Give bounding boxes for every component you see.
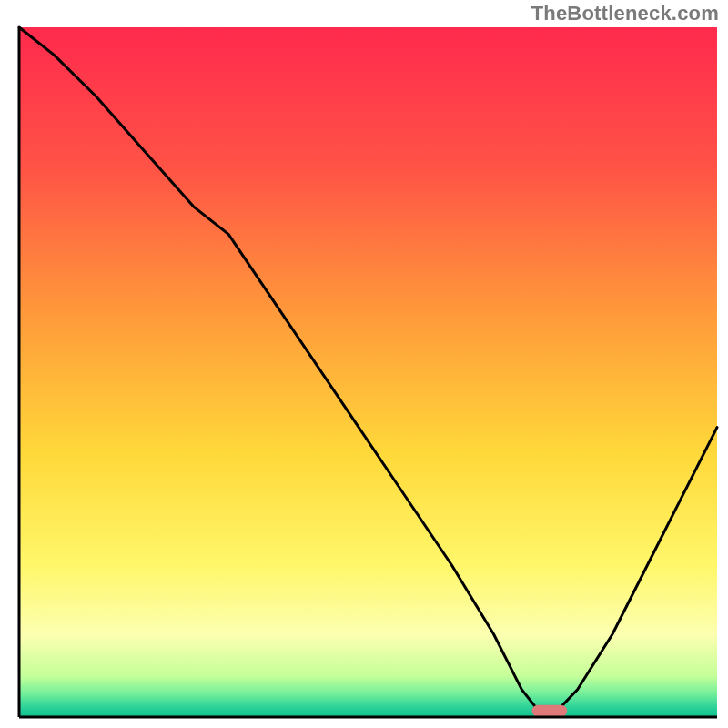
bottleneck-chart: [0, 0, 728, 728]
chart-stage: TheBottleneck.com: [0, 0, 728, 728]
optimal-range-marker: [532, 705, 567, 717]
heat-background: [19, 27, 717, 717]
